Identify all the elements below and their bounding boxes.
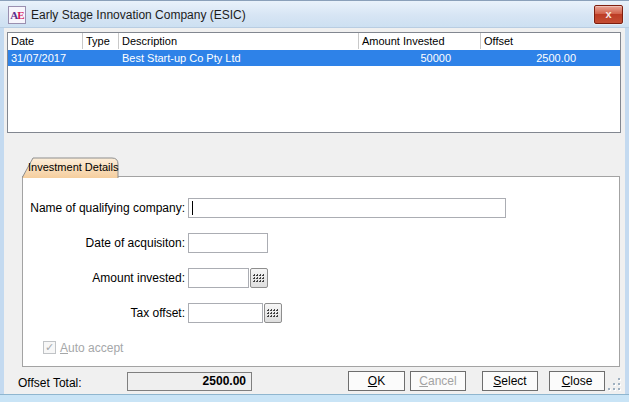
investments-table: Date Type Description Amount Invested Of… [7,32,621,133]
column-header-date[interactable]: Date [8,33,83,49]
column-header-type[interactable]: Type [83,33,119,49]
window-border-left [0,28,4,394]
tax-offset-label: Tax offset: [25,306,185,320]
date-of-acquisition-label: Date of acquisiton: [25,236,185,250]
close-button[interactable]: Close [549,371,605,391]
close-window-button[interactable]: x [594,5,623,24]
tab-investment-details[interactable]: Investment Details [28,161,118,173]
cell-offset: 2500.00 [481,50,576,66]
calculator-keypad-icon [267,309,279,318]
table-header: Date Type Description Amount Invested Of… [8,33,620,50]
offset-total-label: Offset Total: [18,376,82,390]
offset-total-value: 2500.00 [127,372,252,391]
calculator-keypad-icon [253,274,265,283]
select-button[interactable]: Select [482,371,538,391]
ok-button[interactable]: OK [348,371,405,391]
text-caret [192,201,193,215]
amount-invested-calculator-button[interactable] [250,268,268,288]
resize-grip[interactable] [608,378,622,392]
auto-accept-checkbox: ✓ [43,341,56,354]
esic-dialog: AE Early Stage Innovation Company (ESIC)… [0,0,629,402]
cancel-button: Cancel [410,371,466,391]
cell-amount-invested: 50000 [359,50,451,66]
amount-invested-label: Amount invested: [25,271,185,285]
table-row[interactable]: 31/07/2017 Best Start-up Co Pty Ltd 5000… [8,50,620,66]
amount-invested-input[interactable] [188,268,249,288]
column-header-description[interactable]: Description [119,33,359,49]
app-icon-ae: AE [8,6,26,24]
close-icon: x [605,8,611,20]
window-border-right [625,28,629,394]
cell-date: 31/07/2017 [11,50,83,66]
tax-offset-calculator-button[interactable] [264,303,282,323]
cell-type [86,50,119,66]
checkmark-icon: ✓ [45,341,54,353]
window-border-bottom [0,394,629,402]
titlebar[interactable]: AE Early Stage Innovation Company (ESIC)… [0,0,629,28]
date-of-acquisition-input[interactable] [188,233,268,253]
name-of-qualifying-company-label: Name of qualifying company: [25,201,185,215]
tax-offset-input[interactable] [188,303,263,323]
auto-accept-label: Auto accept [60,341,123,355]
column-header-amount-invested[interactable]: Amount Invested [359,33,481,49]
app-icon-letter-e: E [17,9,23,21]
cell-description: Best Start-up Co Pty Ltd [122,50,357,66]
name-of-qualifying-company-input[interactable] [188,198,506,218]
window-title: Early Stage Innovation Company (ESIC) [31,8,246,22]
column-header-offset[interactable]: Offset [481,33,620,49]
